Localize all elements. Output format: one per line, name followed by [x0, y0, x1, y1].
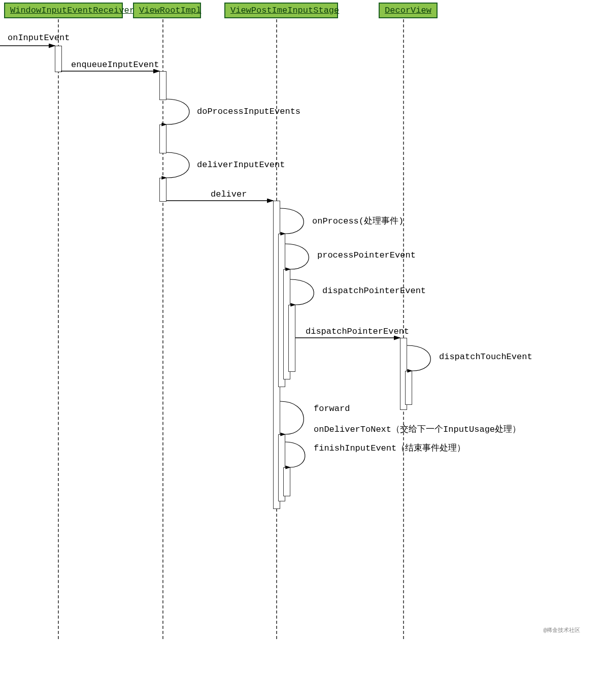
msg-process-pointer: processPointerEvent	[317, 250, 416, 260]
msg-dispatch-touch: dispatchTouchEvent	[439, 352, 532, 362]
msg-enqueue: enqueueInputEvent	[71, 60, 159, 70]
watermark: @稀金技术社区	[543, 626, 580, 634]
activation-view-root-2	[159, 124, 166, 153]
activation-view-post-ime-4	[288, 305, 295, 372]
participant-view-post-ime: ViewPostImeInputStage	[224, 3, 338, 18]
diagram-arrows	[0, 0, 603, 700]
msg-on-process: onProcess(处理事件)	[312, 215, 404, 227]
participant-decor-view: DecorView	[379, 3, 438, 18]
msg-dispatch-pointer-1: dispatchPointerEvent	[322, 286, 426, 296]
activation-view-root-1	[159, 71, 166, 100]
activation-decor-view-2	[405, 371, 412, 405]
activation-window-input	[55, 46, 62, 72]
msg-do-process: doProcessInputEvents	[197, 107, 300, 116]
msg-finish-input: finishInputEvent（结束事件处理）	[314, 442, 465, 454]
lifeline-window-input	[58, 19, 59, 639]
msg-on-deliver-next: onDeliverToNext（交给下一个InputUsage处理）	[314, 423, 521, 435]
participant-window-input: WindowInputEventReceiver	[4, 3, 123, 18]
msg-deliver-input: deliverInputEvent	[197, 160, 285, 170]
msg-dispatch-pointer-2: dispatchPointerEvent	[306, 327, 409, 336]
msg-forward: forward	[314, 404, 350, 413]
participant-view-root: ViewRootImpl	[133, 3, 201, 18]
msg-deliver: deliver	[211, 189, 247, 199]
lifeline-view-root	[162, 19, 163, 639]
msg-on-input-event: onInputEvent	[8, 33, 70, 43]
activation-view-root-3	[159, 178, 166, 202]
activation-view-post-ime-6	[283, 467, 290, 496]
